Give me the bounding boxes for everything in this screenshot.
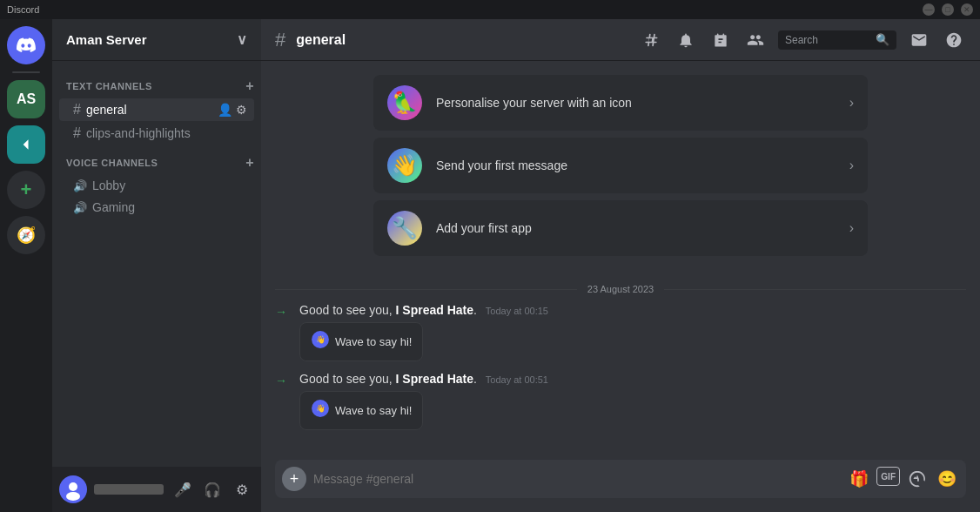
message-content-1: Good to see you, I Spread Hate. Today at… bbox=[299, 303, 966, 361]
channel-name-general: general bbox=[86, 103, 218, 117]
channel-actions: 👤 ⚙ bbox=[218, 103, 247, 117]
user-settings-button[interactable]: ⚙ bbox=[230, 477, 254, 502]
server-header[interactable]: Aman Server ∨ bbox=[52, 19, 261, 61]
channel-item-general[interactable]: # general 👤 ⚙ bbox=[59, 98, 254, 121]
add-server-button[interactable]: + bbox=[7, 171, 45, 209]
titlebar-controls: — □ ✕ bbox=[923, 3, 973, 16]
emoji-button[interactable]: 😊 bbox=[935, 467, 959, 491]
hashtag-icon-button[interactable] bbox=[639, 28, 663, 52]
personalise-chevron-icon: › bbox=[849, 95, 854, 111]
maximize-button[interactable]: □ bbox=[942, 3, 954, 16]
titlebar-title: Discord bbox=[7, 4, 923, 15]
message-text-2: Good to see you, I Spread Hate. Today at… bbox=[299, 372, 966, 386]
message-content-2: Good to see you, I Spread Hate. Today at… bbox=[299, 372, 966, 430]
server-rail: AS + 🧭 bbox=[0, 19, 52, 512]
svg-point-2 bbox=[66, 492, 80, 501]
voice-channels-category[interactable]: VOICE CHANNELS + bbox=[52, 152, 261, 174]
message-text-1: Good to see you, I Spread Hate. Today at… bbox=[299, 303, 966, 317]
date-divider-line-left bbox=[275, 289, 577, 290]
wave-button-2[interactable]: 👋 Wave to say hi! bbox=[299, 391, 423, 430]
deafen-headphone-button[interactable]: 🎧 bbox=[200, 477, 225, 502]
date-divider-text: 23 August 2023 bbox=[587, 284, 654, 294]
setup-cards: 🦜 Personalise your server with an icon ›… bbox=[359, 75, 882, 270]
settings-icon[interactable]: ⚙ bbox=[236, 103, 247, 117]
app-body: AS + 🧭 Aman Server ∨ TEXT CHANNELS + # g… bbox=[0, 19, 980, 512]
channel-header-name: general bbox=[296, 32, 346, 48]
svg-text:👋: 👋 bbox=[316, 403, 326, 414]
mute-microphone-button[interactable]: 🎤 bbox=[171, 477, 195, 502]
message-prefix-1: Good to see you, bbox=[299, 303, 396, 317]
voice-icon: 🔊 bbox=[73, 201, 87, 214]
hash-icon: # bbox=[73, 102, 81, 118]
inbox-button[interactable] bbox=[907, 28, 931, 52]
pin-button[interactable] bbox=[708, 28, 733, 52]
text-channels-category[interactable]: TEXT CHANNELS + bbox=[52, 75, 261, 98]
members-list-button[interactable] bbox=[743, 28, 768, 52]
close-button[interactable]: ✕ bbox=[961, 3, 973, 16]
server-header-chevron-icon: ∨ bbox=[237, 31, 247, 48]
voice-channels-label: VOICE CHANNELS bbox=[66, 158, 245, 168]
channel-sidebar: Aman Server ∨ TEXT CHANNELS + # general … bbox=[52, 19, 261, 512]
message-item-1: → Good to see you, I Spread Hate. Today … bbox=[261, 301, 980, 363]
message-input-area: + 🎁 GIF 😊 bbox=[261, 460, 980, 512]
message-arrow-icon: → bbox=[275, 305, 289, 319]
discord-home-icon[interactable] bbox=[7, 26, 45, 64]
minimize-button[interactable]: — bbox=[923, 3, 935, 16]
search-icon: 🔍 bbox=[876, 33, 889, 46]
add-voice-channel-button[interactable]: + bbox=[245, 155, 254, 171]
date-divider-line-right bbox=[664, 289, 966, 290]
server-icon-teal[interactable] bbox=[7, 125, 45, 164]
server-icon-aman[interactable]: AS bbox=[7, 80, 45, 118]
voice-icon: 🔊 bbox=[73, 179, 87, 192]
messages-area: 🦜 Personalise your server with an icon ›… bbox=[261, 61, 980, 460]
search-box[interactable]: Search 🔍 bbox=[778, 30, 896, 50]
sticker-button[interactable] bbox=[905, 467, 930, 491]
user-avatar bbox=[59, 475, 87, 503]
setup-card-app[interactable]: 🔧 Add your first app › bbox=[373, 200, 868, 256]
setup-card-message[interactable]: 👋 Send your first message › bbox=[373, 138, 868, 193]
personalise-card-text: Personalise your server with an icon bbox=[436, 96, 836, 110]
channel-header: # general Search 🔍 bbox=[261, 19, 980, 61]
wave-label-2: Wave to say hi! bbox=[335, 404, 412, 417]
message-prefix-2: Good to see you, bbox=[299, 372, 396, 386]
add-member-icon[interactable]: 👤 bbox=[218, 103, 232, 117]
message-arrow-icon-2: → bbox=[275, 374, 289, 387]
date-divider: 23 August 2023 bbox=[261, 270, 980, 301]
message-input-box: + 🎁 GIF 😊 bbox=[275, 460, 966, 498]
user-info bbox=[94, 484, 164, 495]
explore-servers-button[interactable]: 🧭 bbox=[7, 216, 45, 254]
wave-emoji-1: 👋 bbox=[311, 330, 330, 354]
channel-item-gaming[interactable]: 🔊 Gaming bbox=[59, 197, 254, 218]
gift-button[interactable]: 🎁 bbox=[847, 467, 871, 491]
help-button[interactable] bbox=[942, 28, 966, 52]
notification-bell-button[interactable] bbox=[674, 28, 698, 52]
message-suffix-1: . bbox=[473, 303, 477, 317]
channel-header-hash-icon: # bbox=[275, 29, 285, 51]
message-input-field[interactable] bbox=[313, 472, 840, 486]
svg-point-1 bbox=[69, 482, 77, 491]
user-controls: 🎤 🎧 ⚙ bbox=[171, 477, 254, 502]
message-icon: 👋 bbox=[387, 148, 422, 183]
username-display bbox=[94, 484, 164, 495]
personalise-icon: 🦜 bbox=[387, 85, 422, 120]
channel-name-clips: clips-and-highlights bbox=[86, 126, 247, 140]
message-item-2: → Good to see you, I Spread Hate. Today … bbox=[261, 370, 980, 432]
search-placeholder: Search bbox=[785, 34, 870, 46]
message-suffix-2: . bbox=[473, 372, 477, 386]
gif-button[interactable]: GIF bbox=[876, 467, 900, 486]
message-timestamp-1: Today at 00:15 bbox=[486, 306, 548, 316]
hash-icon: # bbox=[73, 125, 81, 141]
message-card-text: Send your first message bbox=[436, 158, 836, 172]
message-username-1: I Spread Hate bbox=[396, 303, 473, 317]
server-name: Aman Server bbox=[66, 32, 237, 47]
message-chevron-icon: › bbox=[849, 158, 854, 173]
wave-emoji-2: 👋 bbox=[311, 399, 330, 422]
wave-button-1[interactable]: 👋 Wave to say hi! bbox=[299, 322, 423, 361]
attach-file-button[interactable]: + bbox=[282, 467, 306, 491]
setup-card-icon[interactable]: 🦜 Personalise your server with an icon › bbox=[373, 75, 868, 131]
add-text-channel-button[interactable]: + bbox=[245, 78, 254, 94]
main-content: # general Search 🔍 bbox=[261, 19, 980, 512]
channel-item-clips[interactable]: # clips-and-highlights bbox=[59, 122, 254, 145]
channel-item-lobby[interactable]: 🔊 Lobby bbox=[59, 175, 254, 196]
app-chevron-icon: › bbox=[849, 220, 854, 236]
